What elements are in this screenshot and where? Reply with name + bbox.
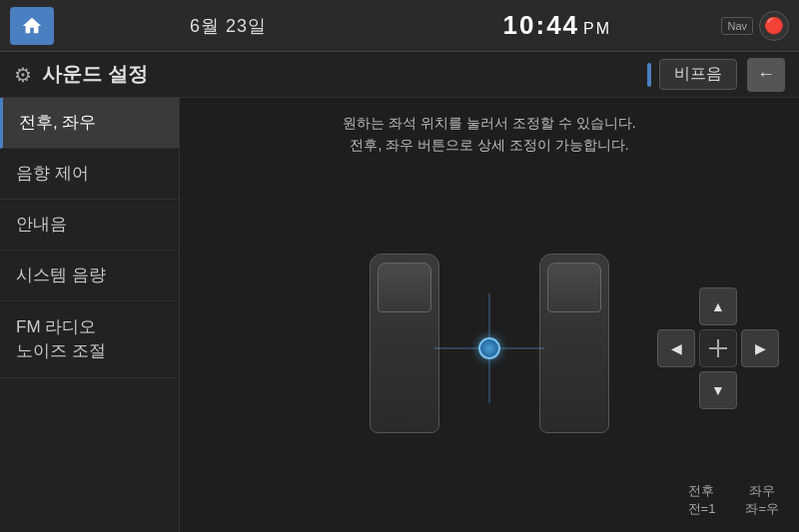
nav-badge: Nav (721, 17, 753, 35)
direction-pad: ▲ ◀ ▶ ▼ (657, 287, 779, 409)
home-icon (21, 15, 43, 37)
beep-toggle[interactable]: 비프음 (647, 59, 737, 90)
gear-icon: ⚙ (14, 63, 32, 87)
seat-right[interactable] (539, 254, 609, 433)
dpad-empty-bl (657, 371, 695, 409)
front-back-label-group: 전후 전=1 (688, 482, 716, 518)
dpad-up-button[interactable]: ▲ (699, 287, 737, 325)
crosshair[interactable] (434, 293, 544, 403)
beep-indicator (647, 63, 651, 87)
left-right-title: 좌우 (745, 482, 779, 500)
sidebar-item-system-volume[interactable]: 시스템 음량 (0, 251, 179, 301)
seat-left[interactable] (370, 254, 439, 433)
dpad-down-button[interactable]: ▼ (699, 371, 737, 409)
dpad-right-button[interactable]: ▶ (741, 329, 779, 367)
dpad-empty-tl (657, 287, 695, 325)
left-right-value: 좌=우 (745, 500, 779, 518)
header-time: 10:44PM (393, 10, 721, 41)
car-illustration (350, 234, 629, 463)
sidebar-item-sound-control[interactable]: 음향 제어 (0, 149, 179, 200)
seat-left-headrest (378, 263, 431, 312)
header-icons: Nav 🔴 (721, 11, 789, 41)
beep-label: 비프음 (659, 59, 737, 90)
sidebar-item-fm-noise[interactable]: FM 라디오노이즈 조절 (0, 301, 179, 378)
car-area: ▲ ◀ ▶ ▼ (180, 165, 799, 532)
header-date: 6월 23일 (64, 14, 393, 38)
instruction-text: 원하는 좌석 위치를 눌러서 조정할 수 있습니다. 전후, 좌우 버튼으로 상… (323, 98, 655, 165)
title-bar: ⚙ 사운드 설정 비프음 ← (0, 52, 799, 98)
dpad-empty-br (741, 371, 779, 409)
crosshair-center (478, 337, 500, 359)
bottom-labels: 전후 전=1 좌우 좌=우 (688, 482, 779, 518)
sidebar-item-guide-sound[interactable]: 안내음 (0, 200, 179, 251)
back-button[interactable]: ← (747, 58, 785, 92)
front-back-title: 전후 (688, 482, 716, 500)
content-area: 원하는 좌석 위치를 눌러서 조정할 수 있습니다. 전후, 좌우 버튼으로 상… (180, 98, 799, 532)
home-button[interactable] (10, 7, 54, 45)
front-back-value: 전=1 (688, 500, 716, 518)
main-content: 전후, 좌우 음향 제어 안내음 시스템 음량 FM 라디오노이즈 조절 원하는… (0, 98, 799, 532)
dpad-left-button[interactable]: ◀ (657, 329, 695, 367)
seat-right-headrest (547, 263, 601, 312)
sidebar-item-front-back[interactable]: 전후, 좌우 (0, 98, 179, 149)
sidebar: 전후, 좌우 음향 제어 안내음 시스템 음량 FM 라디오노이즈 조절 (0, 98, 180, 532)
page-title: 사운드 설정 (42, 61, 647, 88)
crosshair-icon (709, 339, 727, 357)
header: 6월 23일 10:44PM Nav 🔴 (0, 0, 799, 52)
left-right-label-group: 좌우 좌=우 (745, 482, 779, 518)
dpad-center-button[interactable] (699, 329, 737, 367)
dpad-empty-tr (741, 287, 779, 325)
bluetooth-icon: 🔴 (759, 11, 789, 41)
